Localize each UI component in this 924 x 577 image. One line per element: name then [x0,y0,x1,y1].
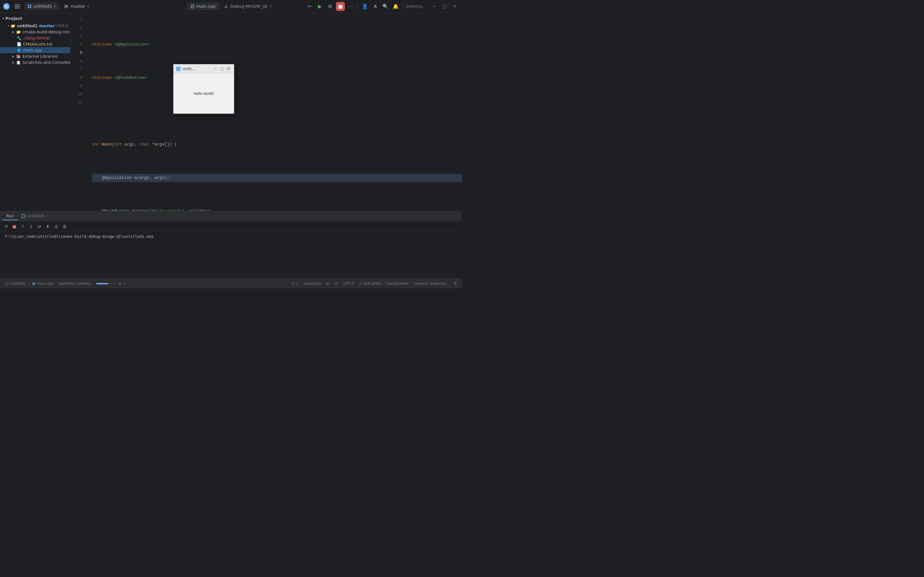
delta-label: 658 Δ/N/A [363,282,381,285]
minimize-button[interactable]: ─ [430,2,439,11]
settings-icon[interactable]: ⚙ [326,2,334,11]
panel-tabs: Run untitled1 ✕ [0,211,462,221]
status-settings[interactable]: ⚙ [451,282,459,285]
scroll-down-button[interactable]: ↓ [27,223,35,230]
run-label: Run [6,214,14,218]
edit-icon[interactable]: ✏ [305,2,314,11]
status-delta[interactable]: ⚠ 658 Δ/N/A [357,282,384,285]
status-clang-tidy[interactable]: .clang-tidy [300,282,324,285]
popup-titlebar: untit... ─ □ ✕ [174,64,234,73]
pause-icon[interactable]: ⏸ [118,282,121,285]
status-encoding[interactable]: UTF-8 [341,282,357,285]
scratches-label: Scratches and Consoles [23,60,70,65]
status-project[interactable]: untitled1 [3,279,28,288]
titlebar-left: C untitled1 ▾ [3,2,92,11]
status-context[interactable]: Context: Indexing... [411,282,451,285]
svg-rect-7 [28,7,29,8]
windows-icon: ⊞ [326,282,329,285]
maximize-button[interactable]: □ [440,2,449,11]
svg-rect-5 [28,5,29,6]
clang-tidy-label: .clang-tidy [302,282,321,285]
run-tab[interactable]: Run [3,213,18,220]
panel-toolbar: ↺ ■ ↑ ↓ ⇌ ⬇ 🖨 🗑 [0,221,462,231]
scratch-icon: 📋 [16,60,21,65]
progress-bar [96,283,115,284]
bell-icon[interactable]: 🔔 [391,2,401,11]
stop-run-button[interactable]: ■ [11,223,18,230]
svg-rect-2 [15,5,20,5]
branch-badge: master [39,23,55,28]
tree-item-cmake-build[interactable]: ▶ 📁 cmake-build-debug-mingw_qt [0,29,70,35]
wrap-button[interactable]: ⇌ [36,223,43,230]
cancel-icon[interactable]: ✕ [123,282,126,285]
more-icon[interactable]: ⋯ [346,2,355,11]
config-tab[interactable]: Debug-MinGW_Qt ▾ [221,2,275,10]
qapp-type: QApplication [102,174,132,182]
clang-format-icon: 🔧 [17,36,21,40]
include-kw-2: #include [92,74,111,82]
status-position[interactable]: 5:1 [289,282,300,285]
include-kw: #include [92,40,111,49]
status-file[interactable]: main.cpp [29,279,56,288]
hamburger-button[interactable] [13,2,22,11]
tab-close-btn[interactable]: ✕ [47,214,49,218]
tree-item-scratches[interactable]: ▶ 📋 Scratches and Consoles [0,59,70,65]
line-num-4: 4 [71,40,82,49]
progress-fill [96,283,108,284]
close-button[interactable]: ✕ [451,2,459,11]
status-windows[interactable]: ⊞ [324,282,332,285]
cmake-arrow: ▶ [12,30,15,34]
popup-close-button[interactable]: ✕ [226,66,231,72]
tree-item-root[interactable]: ▾ 📁 untitled1 master / 658 Δ [0,23,70,29]
panel-output: F:\CLion_code\untitled1\cmake-build-debu… [0,231,462,278]
line-num-10: 10 [71,90,82,99]
config-name: Debug-MinGW_Qt [230,4,267,9]
root-arrow: ▾ [8,24,9,27]
status-project-label: untitled1 [10,282,25,285]
libs-arrow: ▶ [12,55,15,58]
svg-rect-20 [5,282,8,285]
popup-maximize-button[interactable]: □ [219,66,225,72]
line-num-6: 6 [71,57,82,65]
status-clang-format[interactable]: ClangFormat [384,282,411,285]
file-tab-main-cpp[interactable]: main.cpp [187,2,220,10]
tree-item-main-cpp[interactable]: 🔷 main.cpp [0,47,70,53]
profile-icon[interactable]: 👤 [360,2,370,11]
popup-minimize-button[interactable]: ─ [213,66,218,72]
line-num-3: 3 [71,32,82,40]
pin-button[interactable]: ⬇ [44,223,51,230]
status-lf[interactable]: LF [332,282,341,285]
project-tab-label: untitled1 [33,4,52,9]
sidebar-header[interactable]: ▾ Project [0,14,70,23]
tree-item-clang-format[interactable]: 🔧 .clang-format [0,35,70,41]
line-num-7: 7 [71,65,82,74]
project-tab[interactable]: untitled1 ▾ [24,3,59,10]
trash-button[interactable]: 🗑 [61,223,68,230]
untitled1-tab[interactable]: untitled1 ✕ [18,213,53,220]
line-num-8: 8 [71,74,82,82]
search-icon[interactable]: 🔍 [381,2,390,11]
svg-rect-6 [30,5,31,6]
titlebar-center: main.cpp Debug-MinGW_Qt ▾ [187,2,276,10]
print-button[interactable]: 🖨 [53,223,60,230]
code-line-5: QApplication a(argc, argv); [92,174,462,182]
titlebar-right: ✏ ▶ ⚙ ■ ⋯ 👤 A 🔍 🔔 Indexing... ─ □ ✕ [305,2,459,11]
stop-button[interactable]: ■ [336,2,345,11]
delta-badge: / 658 Δ [55,24,68,28]
tree-item-external-libs[interactable]: ▶ 📚 External Libraries [0,53,70,59]
tree-item-cmakelists[interactable]: 📄 CMakeLists.txt [0,41,70,47]
branch-name: master [71,4,86,9]
translate-icon[interactable]: A [371,2,380,11]
popup-title: untit... [183,67,212,71]
scroll-up-button[interactable]: ↑ [19,223,26,230]
statusbar-right: 5:1 .clang-tidy ⊞ LF UTF-8 ⚠ 658 Δ/N/A C… [289,282,459,285]
encoding-label: UTF-8 [344,282,354,285]
run-button[interactable]: ▶ [315,2,325,11]
active-file-name: main.cpp [196,4,216,9]
context-label: Context: Indexing... [414,282,449,285]
statusbar: untitled1 › main.cpp Updating symbols...… [0,278,462,288]
rerun-button[interactable]: ↺ [3,223,10,230]
branch-tab[interactable]: master ▾ [61,3,92,10]
svg-rect-8 [30,7,31,8]
delta-icon: ⚠ [359,282,362,285]
